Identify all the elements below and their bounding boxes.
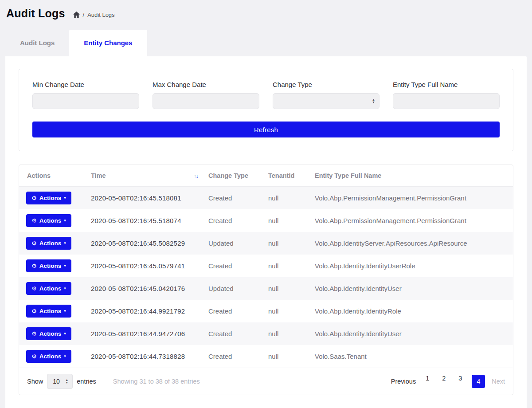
cell-change-type: Created [203, 345, 263, 368]
pagination-page-2[interactable]: 2 [439, 375, 449, 388]
gear-icon: ⚙ [31, 353, 37, 360]
actions-button-label: Actions [39, 217, 62, 224]
cell-entity-type: Volo.Abp.Identity.IdentityUser [309, 322, 513, 345]
table-row: ⚙ Actions ▾ 2020-05-08T02:16:44.7318828 … [19, 345, 513, 368]
caret-down-icon: ▾ [64, 331, 66, 336]
cell-actions: ⚙ Actions ▾ [19, 255, 86, 277]
cell-tenant-id: null [263, 255, 309, 277]
sort-icon[interactable]: ↑↓ [194, 173, 198, 179]
filter-card: Min Change Date Max Change Date Change T… [19, 69, 513, 151]
caret-down-icon: ▾ [64, 196, 66, 200]
max-change-date-input[interactable] [153, 93, 259, 109]
cell-tenant-id: null [263, 187, 309, 209]
entity-type-field-group: Entity Type Full Name [393, 81, 500, 109]
cell-actions: ⚙ Actions ▾ [19, 300, 86, 322]
caret-down-icon: ▾ [64, 241, 66, 245]
cell-time: 2020-05-08T02:16:44.7318828 [86, 345, 203, 368]
actions-button-label: Actions [39, 308, 62, 314]
cell-actions: ⚙ Actions ▾ [19, 322, 86, 345]
cell-actions: ⚙ Actions ▾ [19, 187, 86, 209]
page-header: Audit Logs / Audit Logs [0, 0, 532, 24]
select-arrows-icon: ▲▼ [65, 379, 68, 384]
cell-entity-type: Volo.Abp.PermissionManagement.Permission… [309, 187, 513, 209]
cell-entity-type: Volo.Abp.Identity.IdentityUserRole [309, 255, 513, 277]
max-change-date-field-group: Max Change Date [153, 81, 259, 109]
cell-actions: ⚙ Actions ▾ [19, 277, 86, 300]
actions-button-label: Actions [39, 263, 62, 269]
select-arrows-icon: ▲▼ [372, 98, 375, 104]
min-change-date-input[interactable] [32, 93, 139, 109]
actions-button-label: Actions [39, 353, 62, 360]
row-actions-button[interactable]: ⚙ Actions ▾ [26, 327, 71, 340]
min-change-date-field-group: Min Change Date [32, 81, 139, 109]
showing-entries-text: Showing 31 to 38 of 38 entries [113, 378, 200, 385]
table-row: ⚙ Actions ▾ 2020-05-08T02:16:45.0420176 … [19, 277, 513, 300]
column-header-change-type: Change Type [203, 165, 263, 187]
pagination-page-3[interactable]: 3 [455, 375, 465, 388]
gear-icon: ⚙ [31, 195, 37, 201]
table-row: ⚙ Actions ▾ 2020-05-08T02:16:45.518081 C… [19, 187, 513, 209]
pagination-previous[interactable]: Previous [391, 378, 416, 385]
caret-down-icon: ▾ [64, 286, 66, 290]
entity-type-label: Entity Type Full Name [393, 81, 500, 88]
pagination-next[interactable]: Next [492, 378, 505, 385]
cell-change-type: Created [203, 187, 263, 209]
tab-bar: Audit Logs Entity Changes [0, 30, 532, 56]
breadcrumb-current: Audit Logs [87, 12, 114, 18]
column-header-actions: Actions [19, 165, 86, 187]
page-title: Audit Logs [6, 7, 65, 20]
cell-change-type: Updated [203, 232, 263, 255]
entity-changes-panel: Min Change Date Max Change Date Change T… [5, 56, 527, 408]
cell-entity-type: Volo.Abp.Identity.IdentityUser [309, 277, 513, 300]
table-row: ⚙ Actions ▾ 2020-05-08T02:16:45.0579741 … [19, 255, 513, 277]
cell-tenant-id: null [263, 232, 309, 255]
table-row: ⚙ Actions ▾ 2020-05-08T02:16:44.9921792 … [19, 300, 513, 322]
change-type-label: Change Type [273, 81, 379, 88]
cell-entity-type: Volo.Abp.Identity.IdentityRole [309, 300, 513, 322]
actions-button-label: Actions [39, 195, 62, 201]
column-header-time[interactable]: Time ↑↓ [86, 165, 203, 187]
row-actions-button[interactable]: ⚙ Actions ▾ [26, 259, 71, 272]
row-actions-button[interactable]: ⚙ Actions ▾ [26, 192, 71, 204]
row-actions-button[interactable]: ⚙ Actions ▾ [26, 214, 71, 227]
page-size-value: 10 [53, 378, 60, 385]
cell-time: 2020-05-08T02:16:44.9472706 [86, 322, 203, 345]
cell-change-type: Created [203, 255, 263, 277]
row-actions-button[interactable]: ⚙ Actions ▾ [26, 237, 71, 250]
row-actions-button[interactable]: ⚙ Actions ▾ [26, 282, 71, 295]
cell-time: 2020-05-08T02:16:44.9921792 [86, 300, 203, 322]
actions-button-label: Actions [39, 285, 62, 292]
gear-icon: ⚙ [31, 240, 37, 247]
tab-audit-logs[interactable]: Audit Logs [5, 30, 69, 56]
change-type-select[interactable]: ▲▼ [273, 93, 379, 109]
cell-actions: ⚙ Actions ▾ [19, 232, 86, 255]
cell-time: 2020-05-08T02:16:45.518081 [86, 187, 203, 209]
tab-entity-changes[interactable]: Entity Changes [69, 30, 147, 56]
cell-time: 2020-05-08T02:16:45.0420176 [86, 277, 203, 300]
pagination: Previous 1234 Next [391, 375, 505, 388]
change-type-field-group: Change Type ▲▼ [273, 81, 379, 109]
entity-type-input[interactable] [393, 93, 500, 109]
entity-changes-table-card: Actions Time ↑↓ Change Type TenantId Ent… [19, 165, 513, 395]
gear-icon: ⚙ [31, 217, 37, 224]
caret-down-icon: ▾ [64, 218, 66, 223]
pagination-page-4[interactable]: 4 [472, 375, 485, 388]
page-size-select[interactable]: 10 ▲▼ [47, 374, 73, 389]
caret-down-icon: ▾ [64, 309, 66, 313]
column-header-entity-type: Entity Type Full Name [309, 165, 513, 187]
caret-down-icon: ▾ [64, 263, 66, 268]
cell-tenant-id: null [263, 322, 309, 345]
min-change-date-label: Min Change Date [32, 81, 139, 88]
table-row: ⚙ Actions ▾ 2020-05-08T02:16:45.518074 C… [19, 209, 513, 232]
home-icon[interactable] [73, 12, 80, 18]
pagination-page-1[interactable]: 1 [422, 375, 432, 388]
caret-down-icon: ▾ [64, 354, 66, 358]
cell-change-type: Created [203, 300, 263, 322]
row-actions-button[interactable]: ⚙ Actions ▾ [26, 305, 71, 318]
gear-icon: ⚙ [31, 308, 37, 314]
show-label: Show [27, 378, 43, 385]
refresh-button[interactable]: Refresh [32, 122, 500, 137]
cell-tenant-id: null [263, 300, 309, 322]
table-body: ⚙ Actions ▾ 2020-05-08T02:16:45.518081 C… [19, 187, 513, 368]
row-actions-button[interactable]: ⚙ Actions ▾ [26, 350, 71, 363]
